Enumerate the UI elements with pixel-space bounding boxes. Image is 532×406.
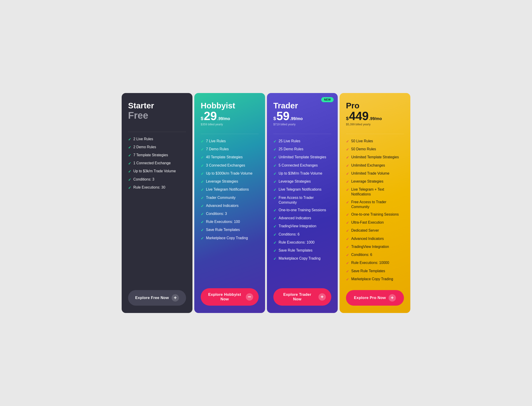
- feature-text: 5 Connected Exchanges: [279, 163, 318, 168]
- feature-text: Rule Executions: 10000: [351, 260, 389, 265]
- check-icon: ✓: [201, 163, 204, 168]
- check-icon: ✓: [201, 227, 204, 232]
- feature-item: ✓ 7 Template Strategies: [128, 152, 186, 158]
- plan-name-starter: Starter: [128, 101, 186, 110]
- check-icon: ✓: [346, 212, 349, 217]
- feature-text: Free Access to Trader Community: [279, 195, 331, 205]
- feature-text: Unlimited Exchanges: [351, 163, 385, 168]
- price-main-trader: 59: [277, 110, 290, 122]
- feature-text: 3 Connected Exchanges: [206, 163, 245, 168]
- check-icon: ✓: [128, 145, 131, 150]
- price-row-trader: $ 59 .99/mo: [273, 110, 331, 122]
- check-icon: ✓: [201, 203, 204, 209]
- check-icon: ✓: [273, 147, 276, 152]
- feature-item: ✓ Conditions: 6: [346, 252, 404, 258]
- price-dollar-pro: $: [346, 116, 349, 121]
- feature-item: ✓ Conditions: 3: [128, 177, 186, 182]
- feature-text: TradingView Integration: [279, 224, 316, 228]
- cta-label-hobbyist: Explore Hobbyist Now: [206, 292, 243, 302]
- feature-item: ✓ Advanced Indicators: [346, 236, 404, 241]
- check-icon: ✓: [346, 245, 349, 249]
- feature-text: Up to $3k/m Trade Volume: [133, 169, 176, 174]
- feature-item: ✓ 2 Live Rules: [128, 137, 186, 142]
- feature-item: ✓ Marketplace Copy Trading: [201, 236, 259, 241]
- feature-item: ✓ Up to $300k/m Trade Volume: [201, 171, 259, 176]
- feature-text: Conditions: 3: [206, 211, 227, 216]
- check-icon: ✓: [128, 185, 131, 190]
- check-icon: ✓: [346, 277, 349, 282]
- feature-item: ✓ Leverage Strategies: [346, 179, 404, 184]
- feature-text: Save Rule Templates: [279, 248, 313, 253]
- check-icon: ✓: [273, 216, 276, 221]
- check-icon: ✓: [346, 253, 349, 258]
- features-list-hobbyist: ✓ 7 Live Rules ✓ 7 Demo Rules ✓ 40 Templ…: [201, 139, 259, 283]
- feature-item: ✓ Up to $3k/m Trade Volume: [128, 169, 186, 174]
- feature-item: ✓ Unlimited Template Strategies: [346, 155, 404, 160]
- check-icon: ✓: [346, 228, 349, 233]
- pricing-container: StarterFree ✓ 2 Live Rules ✓ 2 Demo Rule…: [122, 93, 410, 313]
- feature-item: ✓ Rule Executions: 10000: [346, 260, 404, 266]
- check-icon: ✓: [346, 220, 349, 225]
- cta-button-hobbyist[interactable]: Explore Hobbyist Now −: [201, 288, 259, 306]
- cta-minus-icon: −: [246, 293, 253, 301]
- feature-item: ✓ Free Access to Trader Community: [273, 195, 331, 205]
- feature-text: Dedicated Server: [351, 228, 379, 233]
- check-icon: ✓: [346, 261, 349, 266]
- feature-text: One-to-one Training Sessions: [351, 212, 399, 217]
- check-icon: ✓: [273, 208, 276, 213]
- plan-card-trader: NEWTrader $ 59 .99/mo $719 billed yearly…: [267, 93, 338, 313]
- check-icon: ✓: [201, 171, 204, 176]
- check-icon: ✓: [201, 147, 204, 152]
- cta-label-pro: Explore Pro Now: [354, 296, 386, 300]
- check-icon: ✓: [346, 163, 349, 168]
- check-icon: ✓: [273, 224, 276, 229]
- feature-text: Rule Executions: 1000: [279, 240, 315, 245]
- feature-text: Marketplace Copy Trading: [279, 256, 321, 261]
- feature-text: Live Telegram + Text Notifications: [351, 187, 404, 196]
- feature-item: ✓ Save Rule Templates: [273, 248, 331, 253]
- feature-text: Leverage Strategies: [351, 179, 383, 184]
- feature-text: Unlimited Trade Volume: [351, 171, 389, 176]
- features-list-trader: ✓ 25 Live Rules ✓ 25 Demo Rules ✓ Unlimi…: [273, 139, 331, 283]
- check-icon: ✓: [273, 196, 276, 201]
- check-icon: ✓: [128, 177, 131, 182]
- new-badge: NEW: [321, 97, 334, 102]
- check-icon: ✓: [346, 236, 349, 241]
- cta-button-starter[interactable]: Explore Free Now +: [128, 290, 186, 306]
- check-icon: ✓: [273, 171, 276, 176]
- feature-item: ✓ 2 Demo Rules: [128, 145, 186, 150]
- feature-item: ✓ One-to-one Training Sessions: [273, 208, 331, 213]
- feature-item: ✓ Live Telegram Notifications: [273, 187, 331, 192]
- check-icon: ✓: [201, 219, 204, 225]
- feature-text: Conditions: 3: [133, 177, 154, 182]
- feature-text: Rule Executions: 30: [133, 185, 165, 190]
- feature-item: ✓ Ultra-Fast Execution: [346, 220, 404, 225]
- cta-plus-icon: +: [318, 293, 326, 301]
- feature-text: 2 Demo Rules: [133, 145, 156, 149]
- divider-trader: [273, 134, 331, 134]
- cta-button-trader[interactable]: Explore Trader Now +: [273, 288, 331, 306]
- feature-text: 1 Connected Exchange: [133, 161, 171, 166]
- check-icon: ✓: [273, 256, 276, 261]
- plan-card-pro: Pro $ 449 .99/mo $5,399 billed yearly ✓ …: [339, 93, 410, 313]
- feature-text: Unlimited Template Strategies: [351, 155, 399, 160]
- feature-text: Advanced Indicators: [279, 216, 311, 220]
- check-icon: ✓: [128, 137, 131, 142]
- price-main-pro: 449: [349, 110, 369, 122]
- check-icon: ✓: [201, 211, 204, 217]
- feature-text: 25 Live Rules: [279, 139, 300, 143]
- plan-tagline-starter: Free: [128, 110, 186, 121]
- feature-item: ✓ 1 Connected Exchange: [128, 161, 186, 166]
- features-list-pro: ✓ 50 Live Rules ✓ 50 Demo Rules ✓ Unlimi…: [346, 139, 404, 285]
- feature-text: Unlimited Template Strategies: [279, 155, 326, 160]
- cta-plus-icon: +: [172, 294, 179, 302]
- price-decimal-trader: .99/mo: [290, 116, 303, 121]
- cta-button-pro[interactable]: Explore Pro Now +: [346, 290, 404, 306]
- cta-plus-icon: +: [388, 294, 396, 302]
- feature-item: ✓ Rule Executions: 30: [128, 185, 186, 190]
- feature-item: ✓ Conditions: 3: [201, 211, 259, 217]
- price-decimal-hobbyist: .99/mo: [217, 116, 230, 121]
- feature-item: ✓ Save Rule Templates: [201, 227, 259, 232]
- divider-hobbyist: [201, 134, 259, 134]
- price-billed-trader: $719 billed yearly: [273, 123, 331, 126]
